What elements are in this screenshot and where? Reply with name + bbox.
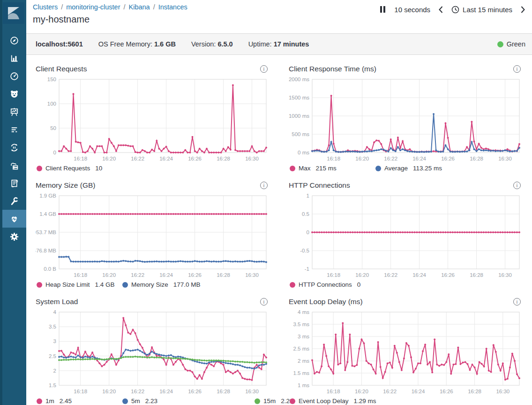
data-point — [373, 368, 375, 370]
data-point — [75, 357, 77, 359]
legend-item[interactable]: Heap Size Limit1.4 GB — [37, 281, 115, 288]
data-point — [118, 213, 120, 215]
data-point — [127, 332, 129, 334]
data-point — [127, 260, 129, 262]
legend-item[interactable]: 1m2.45 — [37, 397, 72, 405]
x-axis-tick-label: 16:20 — [102, 389, 116, 394]
data-point — [177, 260, 179, 262]
data-point — [509, 231, 511, 233]
breadcrumb-instances[interactable]: Instances — [158, 3, 187, 11]
sidebar-item-management[interactable] — [2, 228, 26, 245]
data-point — [153, 357, 155, 359]
data-point — [495, 150, 496, 152]
legend-item[interactable]: Average113.25 ms — [375, 165, 442, 172]
data-point — [492, 231, 494, 233]
info-icon[interactable]: i — [513, 298, 521, 306]
data-point — [382, 231, 384, 233]
panel-memory-size: Memory Size (GB) i 0.0 B476.8 MB953.7 MB… — [36, 179, 268, 290]
info-icon[interactable]: i — [260, 298, 268, 306]
data-point — [328, 149, 330, 151]
data-point — [217, 261, 219, 263]
y-axis-tick-label: 2 — [53, 368, 56, 374]
data-point — [220, 152, 222, 153]
sidebar-item-dev-tools-logs[interactable] — [2, 174, 26, 192]
y-axis-tick-label: 1.5 — [49, 382, 56, 388]
data-point — [129, 350, 131, 352]
refresh-interval-label[interactable]: 10 seconds — [394, 6, 430, 14]
data-point — [497, 231, 499, 233]
y-axis-tick-label: 2.5 ms — [293, 346, 309, 352]
data-point — [359, 151, 361, 153]
data-point — [175, 152, 177, 153]
sidebar-item-machine-learning[interactable] — [2, 85, 26, 103]
sidebar-item-monitoring[interactable] — [2, 210, 26, 228]
legend-item[interactable]: HTTP Connections0 — [290, 281, 360, 288]
legend-item[interactable]: Memory Size177.0 MB — [122, 281, 201, 288]
data-point — [430, 151, 432, 153]
legend-dot-icon — [375, 166, 381, 171]
breadcrumb-cluster-name[interactable]: monitoring-cluster — [66, 3, 120, 11]
legend-item[interactable]: Max215 ms — [290, 165, 337, 172]
data-point — [175, 213, 177, 215]
y-axis-tick-label: 1.4 GB — [39, 211, 56, 217]
x-axis-tick-label: 16:28 — [217, 272, 230, 278]
info-icon[interactable]: i — [260, 65, 268, 73]
data-point — [389, 362, 391, 364]
sidebar-item-apm[interactable] — [2, 138, 26, 156]
time-range-label: Last 15 minutes — [463, 6, 512, 14]
sidebar-item-canvas[interactable] — [2, 103, 26, 121]
data-point — [450, 373, 452, 375]
data-point — [217, 213, 219, 215]
data-point — [96, 261, 98, 263]
time-range-picker[interactable]: Last 15 minutes — [451, 6, 512, 14]
data-point — [261, 361, 262, 363]
legend-dot-icon — [290, 398, 295, 404]
sidebar-item-discover[interactable] — [2, 31, 26, 49]
x-axis-tick-label: 16:20 — [355, 389, 368, 394]
data-point — [479, 361, 480, 363]
data-point — [499, 231, 501, 233]
legend-item[interactable]: Client Requests10 — [37, 165, 102, 172]
data-point — [232, 84, 234, 86]
data-point — [328, 365, 330, 367]
x-axis-tick-label: 16:18 — [327, 156, 340, 161]
breadcrumb-kibana[interactable]: Kibana — [129, 3, 150, 11]
data-point — [129, 333, 131, 335]
data-point — [168, 357, 170, 359]
data-point — [161, 354, 163, 356]
data-point — [465, 361, 466, 363]
data-point — [189, 261, 191, 263]
chevron-left-icon[interactable] — [438, 6, 443, 14]
y-axis-tick-label: 0 — [53, 150, 56, 155]
info-icon[interactable]: i — [260, 182, 268, 189]
data-point — [158, 213, 160, 215]
data-point — [502, 231, 503, 233]
legend-item[interactable]: 15m2.28 — [255, 397, 293, 405]
sidebar-item-visualize[interactable] — [2, 49, 26, 67]
pause-button[interactable] — [379, 5, 387, 14]
data-point — [94, 359, 96, 360]
data-point — [316, 231, 318, 233]
sidebar-item-logs[interactable] — [2, 121, 26, 138]
breadcrumb-clusters[interactable]: Clusters — [33, 3, 58, 11]
data-point — [156, 213, 157, 215]
kibana-logo[interactable] — [3, 2, 24, 24]
x-axis-tick-label: 16:30 — [245, 389, 259, 394]
data-point — [357, 151, 359, 153]
data-point — [151, 346, 153, 348]
data-point — [459, 151, 461, 153]
chevron-right-icon[interactable] — [520, 6, 525, 14]
data-point — [391, 367, 393, 369]
sidebar-item-dev-tools[interactable] — [2, 192, 26, 210]
data-point — [256, 261, 258, 263]
data-point — [142, 356, 143, 358]
legend-item[interactable]: 5m2.23 — [122, 397, 157, 405]
sidebar-item-infrastructure[interactable] — [2, 156, 26, 174]
info-icon[interactable]: i — [513, 65, 521, 73]
legend-item[interactable]: Event Loop Delay1.29 ms — [290, 397, 376, 405]
data-point — [98, 145, 100, 147]
info-icon[interactable]: i — [513, 182, 521, 189]
x-axis-tick-label: 16:22 — [131, 156, 144, 161]
y-axis-tick-label: 1 ms — [298, 382, 309, 388]
sidebar-item-dashboard[interactable] — [2, 67, 26, 85]
